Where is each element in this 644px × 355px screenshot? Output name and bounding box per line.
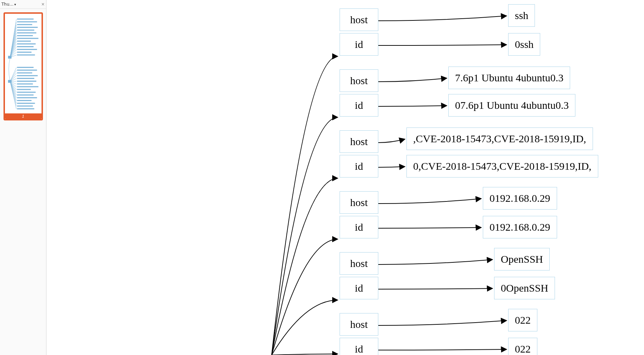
chevron-down-icon[interactable]: ▾ [14, 2, 18, 6]
node-value-id: 022 [508, 338, 537, 355]
page-thumbnail-number: 1 [5, 113, 42, 119]
diagram-canvas[interactable]: hostidssh0sshhostid7.6p1 Ubuntu 4ubuntu0… [46, 0, 644, 355]
node-value-host: 7.6p1 Ubuntu 4ubuntu0.3 [448, 67, 570, 89]
svg-rect-34 [17, 30, 34, 31]
svg-rect-52 [17, 89, 31, 90]
svg-rect-58 [17, 106, 33, 107]
svg-rect-47 [17, 75, 38, 76]
node-key-host: host [340, 313, 378, 336]
svg-rect-33 [17, 27, 38, 28]
svg-rect-54 [17, 94, 33, 95]
node-value-id: 07.6p1 Ubuntu 4ubuntu0.3 [448, 94, 575, 117]
svg-rect-59 [17, 108, 34, 109]
node-value-host: ssh [508, 4, 535, 27]
node-key-id: id [340, 216, 378, 238]
node-value-id: 0192.168.0.29 [483, 216, 557, 238]
svg-rect-60 [8, 56, 11, 58]
node-value-host: OpenSSH [494, 248, 550, 270]
svg-rect-39 [17, 43, 36, 44]
svg-rect-61 [8, 80, 11, 83]
svg-rect-49 [17, 81, 36, 82]
svg-rect-31 [17, 21, 37, 22]
svg-rect-42 [17, 52, 31, 53]
svg-rect-46 [17, 73, 32, 74]
node-value-host: 022 [508, 309, 537, 331]
svg-rect-40 [17, 46, 33, 47]
panel-tab-bar: Thu… ▾ × [0, 0, 46, 9]
node-key-id: id [340, 33, 378, 56]
node-key-host: host [340, 130, 378, 153]
close-icon[interactable]: × [41, 2, 45, 7]
node-key-host: host [340, 191, 378, 214]
node-key-id: id [340, 94, 378, 117]
svg-rect-48 [17, 78, 34, 79]
svg-rect-50 [17, 83, 33, 85]
node-key-host: host [340, 8, 378, 31]
thumbnail-preview-icon [6, 15, 40, 113]
thumbnail-panel: Thu… ▾ × [0, 0, 46, 355]
page-thumbnail[interactable]: 1 [4, 12, 43, 120]
svg-rect-43 [17, 55, 35, 56]
node-key-id: id [340, 277, 378, 299]
node-key-id: id [340, 338, 378, 355]
node-value-id: 0,CVE-2018-15473,CVE-2018-15919,ID, [406, 155, 598, 178]
svg-rect-51 [17, 86, 38, 87]
node-key-id: id [340, 155, 378, 178]
node-key-host: host [340, 252, 378, 275]
svg-rect-44 [17, 67, 33, 68]
svg-rect-37 [17, 38, 38, 39]
node-value-id: 0OpenSSH [494, 277, 555, 299]
svg-line-15 [10, 70, 16, 81]
svg-rect-36 [17, 35, 33, 36]
svg-rect-53 [17, 92, 36, 93]
svg-rect-57 [17, 103, 35, 104]
node-value-host: 0192.168.0.29 [483, 187, 557, 210]
svg-rect-35 [17, 32, 36, 33]
svg-rect-55 [17, 97, 37, 98]
svg-rect-32 [17, 24, 32, 25]
page-thumbnail-card[interactable]: 1 [4, 12, 43, 120]
svg-rect-41 [17, 49, 37, 50]
svg-rect-30 [17, 19, 33, 20]
node-key-host: host [340, 69, 378, 92]
svg-rect-56 [17, 100, 31, 101]
panel-tab-thumbnails[interactable]: Thu… [1, 2, 14, 7]
node-value-host: ,CVE-2018-15473,CVE-2018-15919,ID, [406, 127, 593, 150]
svg-rect-38 [17, 41, 31, 42]
svg-rect-45 [17, 70, 37, 71]
node-value-id: 0ssh [508, 33, 540, 56]
